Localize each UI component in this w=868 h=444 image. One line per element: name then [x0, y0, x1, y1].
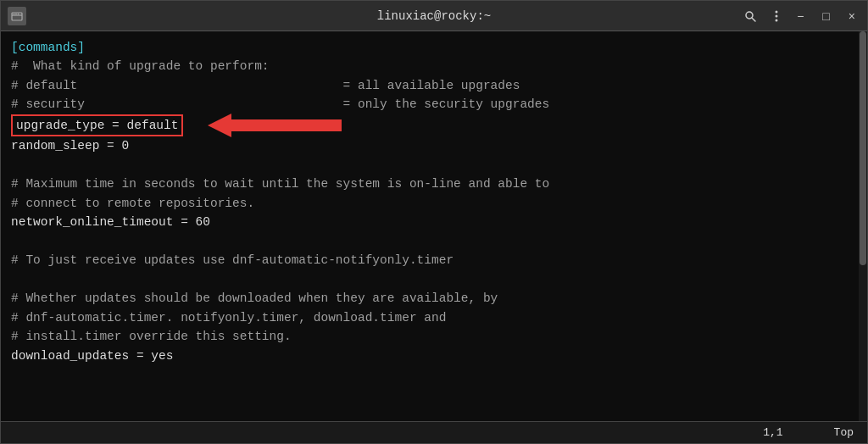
line-network-timeout: network_online_timeout = 60 [11, 213, 857, 231]
scrollbar-thumb[interactable] [860, 31, 866, 265]
minimize-button[interactable]: − [792, 8, 809, 25]
svg-point-6 [776, 10, 778, 13]
line-comment-4: # Maximum time in seconds to wait until … [11, 175, 857, 193]
line-random-sleep: random_sleep = 0 [11, 136, 857, 155]
comment-whether: # Whether updates should be downloaded w… [11, 289, 498, 308]
terminal-content[interactable]: [commands] # What kind of upgrade to per… [1, 31, 867, 421]
svg-point-8 [776, 19, 778, 21]
titlebar: linuxiac@rocky:~ − □ × [1, 1, 867, 31]
comment-connect: # connect to remote repositories. [11, 194, 254, 213]
scrollbar[interactable] [859, 31, 867, 421]
section-name: commands [19, 38, 78, 57]
search-button[interactable] [739, 8, 761, 24]
annotation-arrow [208, 114, 342, 137]
comment-text: # What kind of upgrade to perform: [11, 57, 270, 75]
line-comment-1: # What kind of upgrade to perform: [11, 57, 857, 75]
svg-point-2 [15, 13, 17, 14]
comment-max-time: # Maximum time in seconds to wait until … [11, 175, 549, 193]
titlebar-left [8, 7, 26, 25]
section-bracket-close: ] [77, 38, 85, 57]
random-sleep-text: random_sleep = 0 [11, 136, 129, 155]
line-section: [commands] [11, 38, 857, 57]
maximize-button[interactable]: □ [817, 8, 834, 25]
comment-default: # default = all available upgrades [11, 76, 520, 95]
upgrade-type-value: upgrade_type = default [11, 114, 183, 136]
close-button[interactable]: × [843, 8, 860, 25]
titlebar-controls: − □ × [739, 8, 860, 25]
comment-install: # install.timer override this setting. [11, 327, 292, 346]
line-comment-2: # default = all available upgrades [11, 76, 857, 95]
empty-line-2 [11, 232, 857, 251]
line-comment-6: # To just receive updates use dnf-automa… [11, 251, 857, 269]
comment-dnf-automatic: # dnf-automatic.timer. notifyonly.timer,… [11, 308, 446, 327]
cursor-position: 1,1 [763, 426, 782, 439]
line-upgrade-type: upgrade_type = default [11, 114, 857, 136]
line-comment-9: # install.timer override this setting. [11, 327, 857, 346]
app-icon [8, 7, 26, 25]
menu-button[interactable] [770, 8, 783, 24]
empty-line-3 [11, 270, 857, 289]
empty-line-1 [11, 156, 857, 175]
line-download-updates: download_updates = yes [11, 347, 857, 365]
svg-point-7 [776, 14, 778, 17]
line-comment-7: # Whether updates should be downloaded w… [11, 289, 857, 308]
download-updates-text: download_updates = yes [11, 347, 173, 365]
scroll-position: Top [834, 426, 854, 439]
line-comment-3: # security = only the security upgrades [11, 95, 857, 114]
statusbar: 1,1 Top [1, 421, 867, 443]
network-timeout-text: network_online_timeout = 60 [11, 213, 210, 231]
line-comment-5: # connect to remote repositories. [11, 194, 857, 213]
svg-point-1 [14, 13, 15, 14]
svg-line-5 [752, 18, 755, 21]
arrow-body [231, 119, 342, 131]
terminal-window: linuxiac@rocky:~ − □ × [c [0, 0, 868, 444]
window-title: linuxiac@rocky:~ [377, 9, 491, 23]
section-bracket-open: [ [11, 38, 19, 57]
comment-notifyonly: # To just receive updates use dnf-automa… [11, 251, 453, 269]
line-comment-8: # dnf-automatic.timer. notifyonly.timer,… [11, 308, 857, 327]
svg-point-3 [18, 13, 19, 14]
comment-security: # security = only the security upgrades [11, 95, 549, 114]
arrow-head-icon [208, 114, 231, 137]
